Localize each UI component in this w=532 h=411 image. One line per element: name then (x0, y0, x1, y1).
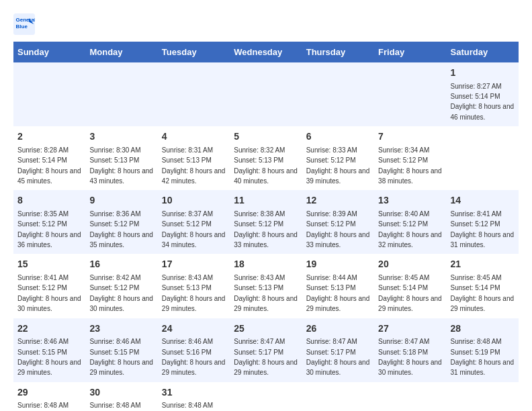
day-info: Sunrise: 8:45 AMSunset: 5:14 PMDaylight:… (378, 274, 442, 312)
day-info: Sunrise: 8:44 AMSunset: 5:13 PMDaylight:… (306, 274, 370, 312)
day-info: Sunrise: 8:46 AMSunset: 5:15 PMDaylight:… (17, 338, 81, 376)
calendar-day-cell: 26Sunrise: 8:47 AMSunset: 5:17 PMDayligh… (302, 318, 374, 382)
page-header: General Blue (13, 13, 519, 35)
calendar-day-cell: 24Sunrise: 8:46 AMSunset: 5:16 PMDayligh… (158, 318, 230, 382)
calendar-day-cell: 12Sunrise: 8:39 AMSunset: 5:12 PMDayligh… (302, 190, 374, 254)
day-number: 6 (306, 130, 370, 144)
day-number: 14 (451, 194, 515, 208)
calendar-day-cell: 23Sunrise: 8:46 AMSunset: 5:15 PMDayligh… (85, 318, 157, 382)
calendar-day-cell: 3Sunrise: 8:30 AMSunset: 5:13 PMDaylight… (85, 126, 157, 190)
calendar-header-row: SundayMondayTuesdayWednesdayThursdayFrid… (13, 42, 519, 62)
calendar-week-row: 15Sunrise: 8:41 AMSunset: 5:12 PMDayligh… (13, 254, 519, 318)
day-info: Sunrise: 8:32 AMSunset: 5:13 PMDaylight:… (234, 146, 298, 185)
day-number: 7 (378, 130, 442, 144)
day-info: Sunrise: 8:47 AMSunset: 5:17 PMDaylight:… (234, 338, 298, 376)
header-sunday: Sunday (13, 42, 85, 62)
calendar-week-row: 1Sunrise: 8:27 AMSunset: 5:14 PMDaylight… (13, 62, 519, 126)
calendar-day-cell: 4Sunrise: 8:31 AMSunset: 5:13 PMDaylight… (158, 126, 230, 190)
calendar-day-cell: 28Sunrise: 8:48 AMSunset: 5:19 PMDayligh… (447, 318, 519, 382)
calendar-day-cell: 7Sunrise: 8:34 AMSunset: 5:12 PMDaylight… (374, 126, 446, 190)
day-number: 15 (17, 258, 81, 271)
day-number: 26 (306, 322, 370, 336)
empty-day-cell (85, 62, 157, 126)
day-number: 20 (378, 258, 442, 271)
day-number: 13 (378, 194, 442, 208)
day-number: 12 (306, 194, 370, 208)
calendar-day-cell: 10Sunrise: 8:37 AMSunset: 5:12 PMDayligh… (158, 190, 230, 254)
day-info: Sunrise: 8:35 AMSunset: 5:12 PMDaylight:… (17, 210, 81, 248)
day-number: 8 (17, 194, 81, 208)
calendar-week-row: 2Sunrise: 8:28 AMSunset: 5:14 PMDaylight… (13, 126, 519, 190)
calendar-day-cell: 6Sunrise: 8:33 AMSunset: 5:12 PMDaylight… (302, 126, 374, 190)
day-number: 1 (451, 66, 515, 80)
day-info: Sunrise: 8:38 AMSunset: 5:12 PMDaylight:… (234, 210, 298, 248)
day-number: 24 (162, 322, 226, 336)
day-info: Sunrise: 8:42 AMSunset: 5:12 PMDaylight:… (89, 274, 153, 312)
day-info: Sunrise: 8:40 AMSunset: 5:12 PMDaylight:… (378, 210, 442, 248)
day-number: 2 (17, 130, 81, 144)
calendar-day-cell: 21Sunrise: 8:45 AMSunset: 5:14 PMDayligh… (447, 254, 519, 318)
empty-day-cell (13, 62, 85, 126)
calendar-day-cell: 2Sunrise: 8:28 AMSunset: 5:14 PMDaylight… (13, 126, 85, 190)
empty-day-cell (374, 62, 446, 126)
day-number: 18 (234, 258, 298, 271)
empty-day-cell (447, 382, 519, 411)
empty-day-cell (230, 382, 302, 411)
day-info: Sunrise: 8:43 AMSunset: 5:13 PMDaylight:… (234, 274, 298, 312)
empty-day-cell (302, 62, 374, 126)
header-friday: Friday (374, 42, 446, 62)
day-info: Sunrise: 8:41 AMSunset: 5:12 PMDaylight:… (17, 274, 81, 312)
day-number: 4 (162, 130, 226, 144)
day-number: 16 (89, 258, 153, 271)
calendar-day-cell: 25Sunrise: 8:47 AMSunset: 5:17 PMDayligh… (230, 318, 302, 382)
empty-day-cell (230, 62, 302, 126)
day-number: 27 (378, 322, 442, 336)
calendar-week-row: 22Sunrise: 8:46 AMSunset: 5:15 PMDayligh… (13, 318, 519, 382)
day-number: 31 (162, 386, 226, 400)
calendar-day-cell: 27Sunrise: 8:47 AMSunset: 5:18 PMDayligh… (374, 318, 446, 382)
header-thursday: Thursday (302, 42, 374, 62)
calendar-day-cell: 1Sunrise: 8:27 AMSunset: 5:14 PMDaylight… (447, 62, 519, 126)
calendar-day-cell: 17Sunrise: 8:43 AMSunset: 5:13 PMDayligh… (158, 254, 230, 318)
day-number: 10 (162, 194, 226, 208)
day-number: 25 (234, 322, 298, 336)
day-info: Sunrise: 8:36 AMSunset: 5:12 PMDaylight:… (89, 210, 153, 248)
logo-icon: General Blue (13, 13, 35, 35)
calendar-day-cell: 22Sunrise: 8:46 AMSunset: 5:15 PMDayligh… (13, 318, 85, 382)
day-info: Sunrise: 8:37 AMSunset: 5:12 PMDaylight:… (162, 210, 226, 248)
day-number: 21 (451, 258, 515, 271)
day-info: Sunrise: 8:39 AMSunset: 5:12 PMDaylight:… (306, 210, 370, 248)
day-info: Sunrise: 8:31 AMSunset: 5:13 PMDaylight:… (162, 146, 226, 185)
header-tuesday: Tuesday (158, 42, 230, 62)
header-wednesday: Wednesday (230, 42, 302, 62)
empty-day-cell (158, 62, 230, 126)
day-number: 17 (162, 258, 226, 271)
day-info: Sunrise: 8:47 AMSunset: 5:18 PMDaylight:… (378, 338, 442, 376)
calendar-day-cell: 29Sunrise: 8:48 AMSunset: 5:20 PMDayligh… (13, 382, 85, 411)
day-info: Sunrise: 8:41 AMSunset: 5:12 PMDaylight:… (451, 210, 515, 248)
day-info: Sunrise: 8:46 AMSunset: 5:15 PMDaylight:… (89, 338, 153, 376)
day-number: 29 (17, 386, 81, 400)
day-number: 23 (89, 322, 153, 336)
empty-day-cell (302, 382, 374, 411)
day-info: Sunrise: 8:28 AMSunset: 5:14 PMDaylight:… (17, 146, 81, 185)
day-number: 19 (306, 258, 370, 271)
day-info: Sunrise: 8:47 AMSunset: 5:17 PMDaylight:… (306, 338, 370, 376)
day-number: 9 (89, 194, 153, 208)
day-info: Sunrise: 8:27 AMSunset: 5:14 PMDaylight:… (451, 83, 515, 121)
day-number: 30 (89, 386, 153, 400)
day-number: 22 (17, 322, 81, 336)
day-number: 3 (89, 130, 153, 144)
day-number: 11 (234, 194, 298, 208)
calendar-day-cell: 31Sunrise: 8:48 AMSunset: 5:21 PMDayligh… (158, 382, 230, 411)
header-saturday: Saturday (447, 42, 519, 62)
empty-day-cell (447, 126, 519, 190)
calendar-day-cell: 9Sunrise: 8:36 AMSunset: 5:12 PMDaylight… (85, 190, 157, 254)
day-info: Sunrise: 8:46 AMSunset: 5:16 PMDaylight:… (162, 338, 226, 376)
day-info: Sunrise: 8:48 AMSunset: 5:20 PMDaylight:… (17, 402, 81, 411)
calendar-day-cell: 19Sunrise: 8:44 AMSunset: 5:13 PMDayligh… (302, 254, 374, 318)
calendar-day-cell: 18Sunrise: 8:43 AMSunset: 5:13 PMDayligh… (230, 254, 302, 318)
calendar-day-cell: 5Sunrise: 8:32 AMSunset: 5:13 PMDaylight… (230, 126, 302, 190)
day-info: Sunrise: 8:48 AMSunset: 5:21 PMDaylight:… (162, 402, 226, 411)
day-info: Sunrise: 8:34 AMSunset: 5:12 PMDaylight:… (378, 146, 442, 185)
